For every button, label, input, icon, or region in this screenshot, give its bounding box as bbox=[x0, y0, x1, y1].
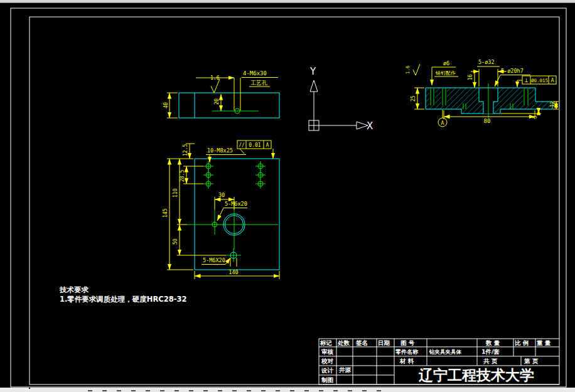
thread-label-bottom: 5-M6X20 bbox=[203, 257, 225, 263]
tol-value: 0.01 bbox=[249, 142, 261, 148]
tb-row-check: 校对 bbox=[321, 358, 334, 364]
front-view[interactable]: 12.5 10-M8x25 // 0.01 A 28.5 110 145 bbox=[163, 140, 279, 279]
tolerance-frame: ⊥ Ø0.015 A bbox=[517, 76, 556, 87]
side-process-hole-label: 工艺孔 bbox=[250, 80, 267, 86]
dim-overall-width: 140 bbox=[228, 269, 238, 275]
tol-symbol: // bbox=[239, 142, 245, 148]
tb-quantity-value: 1件/套 bbox=[481, 348, 500, 355]
cad-viewport: 4-M6x30 工艺孔 20 40 1.6 Y X bbox=[0, 0, 575, 392]
section-view[interactable]: 1.6 ø6 销钉配作 5-ø32 16 5-ø20h7 ⊥ Ø0.015 A bbox=[405, 59, 559, 127]
thread-label-mid: 5-M6x20 bbox=[225, 201, 247, 207]
y-axis-label: Y bbox=[309, 66, 316, 77]
tol-symbol: ⊥ bbox=[525, 77, 529, 83]
tol-datum: A bbox=[551, 77, 554, 83]
tech-req-line1: 1.零件要求调质处理，硬度HRC28-32 bbox=[60, 295, 187, 304]
dim-top-offset: 12.5 bbox=[183, 144, 188, 156]
side-dim-height: 40 bbox=[163, 102, 169, 109]
section-finish-value: 1.6 bbox=[405, 65, 411, 74]
tb-row-design: 设计 bbox=[321, 367, 334, 374]
tb-header-count: 处数 bbox=[337, 339, 350, 346]
dim-right-height: 12 bbox=[550, 101, 556, 107]
title-block: 标记 处数 签名 日期 图 号 数 量 比 例 重 量 审核 零件名称 钻夹具夹… bbox=[319, 339, 559, 384]
counterbore-label: 5-ø32 bbox=[478, 59, 495, 65]
datum-target: A bbox=[438, 110, 447, 127]
thread-holes bbox=[203, 164, 266, 186]
tb-header-weight: 重 量 bbox=[536, 339, 551, 346]
x-axis-label: X bbox=[367, 120, 373, 132]
tb-header-drawing-no: 图 号 bbox=[400, 339, 415, 346]
side-finish-value: 1.6 bbox=[210, 75, 220, 81]
side-thread-label: 4-M6x30 bbox=[243, 70, 267, 77]
surface-finish-icon: 1.6 bbox=[405, 64, 420, 75]
pin-hole-dia: ø6 bbox=[443, 60, 449, 66]
ucs-icon[interactable]: Y X bbox=[309, 66, 373, 132]
thread-label-top: 10-M8x25 bbox=[207, 147, 233, 154]
dim-hole-span: 28.5 bbox=[180, 170, 185, 182]
tb-header-date: 日期 bbox=[378, 339, 390, 346]
dim-span: 80 bbox=[484, 118, 491, 124]
tolerance-frame-front: // 0.01 A bbox=[237, 140, 273, 159]
window-top-strip bbox=[0, 0, 575, 3]
tb-organization: 辽宁工程技术大学 bbox=[418, 367, 534, 383]
technical-requirements: 技术要求 1.零件要求调质处理，硬度HRC28-32 bbox=[59, 285, 187, 304]
tb-part-name: 钻夹具夹具体 bbox=[429, 349, 462, 355]
pin-hole-note: 销钉配作 bbox=[435, 70, 456, 76]
tb-header-mark: 标记 bbox=[320, 339, 332, 346]
tb-row-review: 审核 bbox=[321, 348, 334, 355]
tb-page-no: 第 页 bbox=[524, 358, 539, 364]
tol-datum: A bbox=[266, 142, 269, 148]
surface-finish-icon: 1.6 bbox=[210, 75, 220, 93]
dim-overall-height: 145 bbox=[163, 208, 168, 218]
tb-part-name-label: 零件名称 bbox=[395, 349, 419, 355]
tb-header-quantity: 数 量 bbox=[485, 339, 500, 346]
window-bottom-strip[interactable] bbox=[0, 384, 575, 392]
side-dim-depth: 20 bbox=[213, 98, 220, 105]
dim-bore-depth: 16 bbox=[468, 74, 473, 80]
tb-row-draft: 制图 bbox=[321, 376, 333, 383]
dim-hole-offset: 30 bbox=[218, 192, 225, 198]
tech-req-title: 技术要求 bbox=[59, 285, 89, 294]
tb-total-pages: 共 页 bbox=[483, 358, 498, 364]
tb-header-scale: 比 例 bbox=[515, 339, 529, 346]
fit-hole-label: 5-ø20h7 bbox=[501, 68, 524, 74]
dim-lower: 50 bbox=[173, 238, 178, 245]
tol-value: Ø0.015 bbox=[531, 78, 548, 83]
tb-header-signature: 签名 bbox=[355, 339, 368, 346]
dim-boss: 5 bbox=[532, 115, 538, 119]
dim-center: 110 bbox=[173, 188, 178, 198]
tb-designer: 井源 bbox=[338, 366, 352, 373]
datum-label: A bbox=[441, 120, 444, 126]
tb-material-label: 材 料 bbox=[399, 358, 414, 364]
dim-left-height: 25 bbox=[411, 95, 416, 102]
side-view[interactable]: 4-M6x30 工艺孔 20 40 1.6 bbox=[163, 70, 279, 118]
